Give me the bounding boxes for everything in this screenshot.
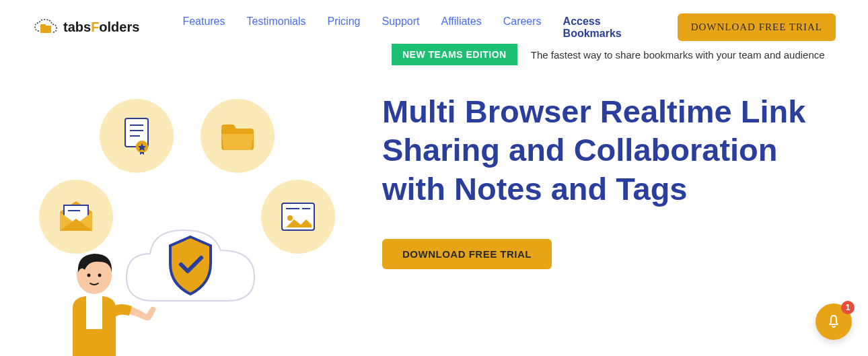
notification-fab[interactable]: 1 xyxy=(816,304,852,340)
svg-rect-17 xyxy=(86,295,102,329)
nav-affiliates[interactable]: Affiliates xyxy=(441,15,482,40)
nav-careers[interactable]: Careers xyxy=(503,15,542,40)
svg-point-13 xyxy=(287,215,293,221)
hero-headline: Multi Browser Realtime Link Sharing and … xyxy=(382,92,836,208)
tagline-text: The fastest way to share bookmarks with … xyxy=(531,49,825,61)
main-nav: Features Testimonials Pricing Support Af… xyxy=(182,15,661,40)
nav-support[interactable]: Support xyxy=(382,15,419,40)
nav-testimonials[interactable]: Testimonials xyxy=(247,15,306,40)
image-bubble-icon xyxy=(261,180,335,254)
logo[interactable]: tabsFolders xyxy=(32,17,139,38)
envelope-bubble-icon xyxy=(39,180,113,254)
download-trial-hero-button[interactable]: DOWNLOAD FREE TRIAL xyxy=(382,239,552,269)
nav-features[interactable]: Features xyxy=(182,15,225,40)
person-icon xyxy=(46,247,180,356)
svg-point-16 xyxy=(98,274,102,277)
folder-bubble-icon xyxy=(201,99,275,173)
bell-icon xyxy=(826,314,842,330)
document-bubble-icon xyxy=(100,99,174,173)
nav-access-bookmarks[interactable]: Access Bookmarks xyxy=(563,15,661,40)
teams-edition-badge: NEW TEAMS EDITION xyxy=(392,44,517,65)
nav-pricing[interactable]: Pricing xyxy=(328,15,361,40)
cloud-folder-icon xyxy=(32,17,59,38)
notification-count-badge: 1 xyxy=(841,301,855,314)
hero-illustration xyxy=(32,79,342,348)
logo-text: tabsFolders xyxy=(63,20,139,35)
svg-rect-1 xyxy=(40,24,46,27)
svg-point-15 xyxy=(87,274,91,277)
download-trial-header-button[interactable]: DOWNLOAD FREE TRIAL xyxy=(678,13,836,41)
